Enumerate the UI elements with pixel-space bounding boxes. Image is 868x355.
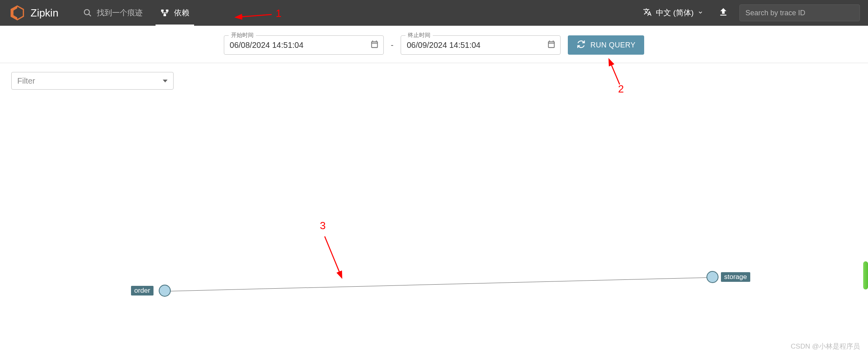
- refresh-icon: [577, 40, 585, 51]
- run-query-label: RUN QUERY: [590, 41, 635, 49]
- annotation-label-2: 2: [618, 83, 624, 95]
- start-time-label: 开始时间: [229, 32, 256, 39]
- filter-placeholder: Filter: [17, 76, 35, 86]
- calendar-icon[interactable]: [370, 40, 379, 50]
- upload-icon: [718, 7, 729, 19]
- end-time-field[interactable]: 终止时间: [401, 35, 561, 55]
- language-selector[interactable]: 中文 (简体): [643, 8, 703, 18]
- nav-dependencies[interactable]: 依赖: [151, 0, 198, 26]
- zipkin-logo-icon: [10, 5, 25, 21]
- filter-row: Filter: [0, 63, 868, 90]
- trace-search-box[interactable]: [739, 4, 860, 21]
- language-label: 中文 (简体): [656, 8, 694, 18]
- graph-edge: [166, 277, 711, 291]
- chevron-down-icon: [698, 8, 703, 17]
- annotation-label-1: 1: [276, 7, 281, 20]
- svg-line-4: [89, 14, 91, 16]
- app-header: Zipkin 找到一个痕迹 依赖 中文 (简体): [0, 0, 868, 26]
- svg-rect-6: [166, 10, 168, 12]
- svg-point-3: [84, 10, 90, 15]
- calendar-icon[interactable]: [547, 40, 556, 50]
- svg-rect-7: [164, 14, 166, 16]
- main-nav: 找到一个痕迹 依赖: [74, 0, 198, 26]
- dependency-graph[interactable]: order storage: [0, 109, 868, 355]
- svg-rect-5: [161, 10, 164, 12]
- start-time-field[interactable]: 开始时间: [224, 35, 384, 55]
- nav-find-trace[interactable]: 找到一个痕迹: [74, 0, 151, 26]
- dependency-icon: [160, 8, 169, 17]
- chevron-down-icon: [163, 80, 168, 82]
- graph-node-order-label: order: [131, 286, 154, 295]
- nav-find-trace-label: 找到一个痕迹: [97, 8, 143, 18]
- query-bar: 开始时间 - 终止时间 RUN QUERY: [0, 26, 868, 63]
- run-query-button[interactable]: RUN QUERY: [568, 35, 644, 55]
- search-icon: [83, 8, 92, 17]
- brand-block: Zipkin: [10, 5, 58, 21]
- annotation-label-3: 3: [320, 220, 326, 232]
- upload-button[interactable]: [715, 5, 731, 21]
- scrollbar-thumb[interactable]: [863, 261, 868, 289]
- graph-node-storage-label: storage: [721, 272, 750, 282]
- time-range-dash: -: [391, 41, 394, 50]
- filter-dropdown[interactable]: Filter: [11, 72, 174, 90]
- trace-search-input[interactable]: [745, 9, 854, 17]
- graph-node-storage[interactable]: [706, 271, 719, 283]
- watermark-text: CSDN @小林是程序员: [791, 342, 860, 351]
- brand-name: Zipkin: [31, 7, 58, 19]
- graph-node-order[interactable]: [159, 285, 171, 297]
- translate-icon: [643, 8, 652, 18]
- end-time-label: 终止时间: [405, 32, 433, 39]
- nav-dependencies-label: 依赖: [174, 8, 189, 18]
